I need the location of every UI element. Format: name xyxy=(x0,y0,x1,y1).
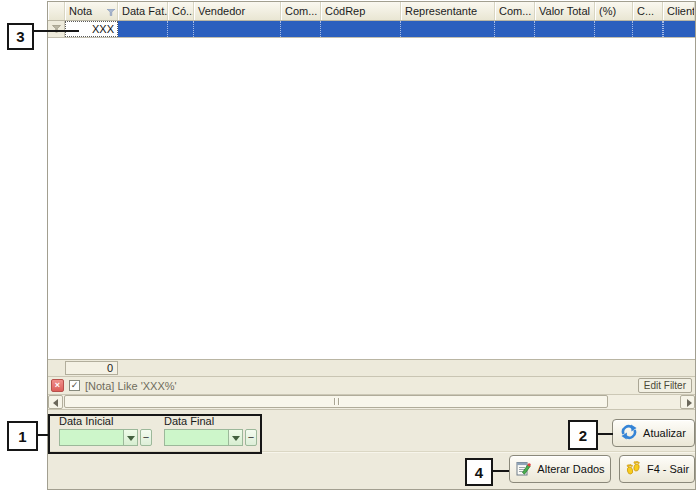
filter-enabled-checkbox[interactable]: ✓ xyxy=(69,380,80,391)
grid-summary-footer: 0 xyxy=(48,359,695,376)
filter-row-cell[interactable] xyxy=(595,21,633,37)
grid-column-headers: Nota Data Fat. Có... Vendedor Com... Cód… xyxy=(48,2,695,21)
callout-line-3 xyxy=(34,30,79,32)
row-indicator-header xyxy=(48,2,65,20)
callout-number-4: 4 xyxy=(465,458,493,486)
row-filter-icon xyxy=(52,23,61,35)
callout-number-3: 3 xyxy=(7,23,34,50)
scroll-grip xyxy=(334,398,335,405)
filter-row-cell[interactable] xyxy=(321,21,401,37)
filter-row-cell[interactable] xyxy=(495,21,535,37)
filter-row-cell[interactable] xyxy=(118,21,168,37)
sair-button[interactable]: F4 - Sair xyxy=(619,455,695,483)
callout-number-2: 2 xyxy=(568,420,598,450)
refresh-icon xyxy=(621,424,637,442)
close-icon: × xyxy=(55,380,60,390)
scroll-left-button[interactable] xyxy=(48,395,63,409)
sair-label: F4 - Sair xyxy=(647,463,689,475)
footprints-icon xyxy=(625,460,641,478)
column-header-codrep[interactable]: CódRep xyxy=(321,2,401,20)
row-indicator-cell xyxy=(48,21,65,37)
column-header-representante[interactable]: Representante xyxy=(401,2,495,20)
filter-row-nota-cell[interactable]: XXX xyxy=(65,21,118,37)
scroll-grip xyxy=(338,398,339,405)
close-filter-button[interactable]: × xyxy=(51,379,64,392)
column-header-nota[interactable]: Nota xyxy=(65,2,118,20)
column-header-vendedor[interactable]: Vendedor xyxy=(194,2,281,20)
atualizar-button[interactable]: Atualizar xyxy=(612,419,695,447)
callout-number-1: 1 xyxy=(7,421,38,451)
filter-row-cell[interactable] xyxy=(168,21,194,37)
column-header-com2[interactable]: Com... xyxy=(495,2,535,20)
summary-count: 0 xyxy=(65,361,118,375)
edit-filter-button[interactable]: Edit Filter xyxy=(638,378,692,393)
edit-notepad-icon xyxy=(515,460,531,478)
scroll-track[interactable] xyxy=(64,395,679,409)
scroll-right-button[interactable] xyxy=(680,395,695,409)
horizontal-scrollbar xyxy=(48,394,695,409)
column-header-valor-total[interactable]: Valor Total xyxy=(535,2,595,20)
filter-row-cell[interactable] xyxy=(663,21,664,37)
column-header-co[interactable]: Có... xyxy=(168,2,194,20)
column-header-percent[interactable]: (%) xyxy=(595,2,633,20)
filter-row-cell[interactable] xyxy=(401,21,495,37)
check-icon: ✓ xyxy=(71,380,79,390)
scroll-thumb[interactable] xyxy=(64,395,608,408)
column-header-label: Nota xyxy=(69,5,92,17)
alterar-dados-label: Alterar Dados xyxy=(537,463,604,475)
column-header-cliente[interactable]: Cliente xyxy=(663,2,695,20)
callout-line-1 xyxy=(38,434,48,436)
screenshot-root: Nota Data Fat. Có... Vendedor Com... Cód… xyxy=(0,0,700,493)
grid-filter-row: XXX xyxy=(48,21,695,38)
column-header-com1[interactable]: Com... xyxy=(281,2,321,20)
grid-body xyxy=(48,38,695,359)
filter-row-cell[interactable] xyxy=(535,21,595,37)
column-header-c[interactable]: C... xyxy=(633,2,663,20)
filter-row-cell[interactable] xyxy=(281,21,321,37)
atualizar-label: Atualizar xyxy=(643,427,686,439)
alterar-dados-button[interactable]: Alterar Dados xyxy=(509,455,611,483)
callout-line-2 xyxy=(598,433,613,435)
callout-line-4 xyxy=(493,470,509,472)
filter-row-cell[interactable] xyxy=(633,21,663,37)
filter-funnel-icon[interactable] xyxy=(107,6,115,18)
filter-expression: [Nota] Like 'XXX%' xyxy=(85,380,177,392)
column-header-data-fat[interactable]: Data Fat. xyxy=(118,2,168,20)
callout-rect-date-range xyxy=(48,414,262,454)
filter-panel: × ✓ [Nota] Like 'XXX%' Edit Filter xyxy=(48,376,695,394)
filter-row-cell[interactable] xyxy=(194,21,281,37)
